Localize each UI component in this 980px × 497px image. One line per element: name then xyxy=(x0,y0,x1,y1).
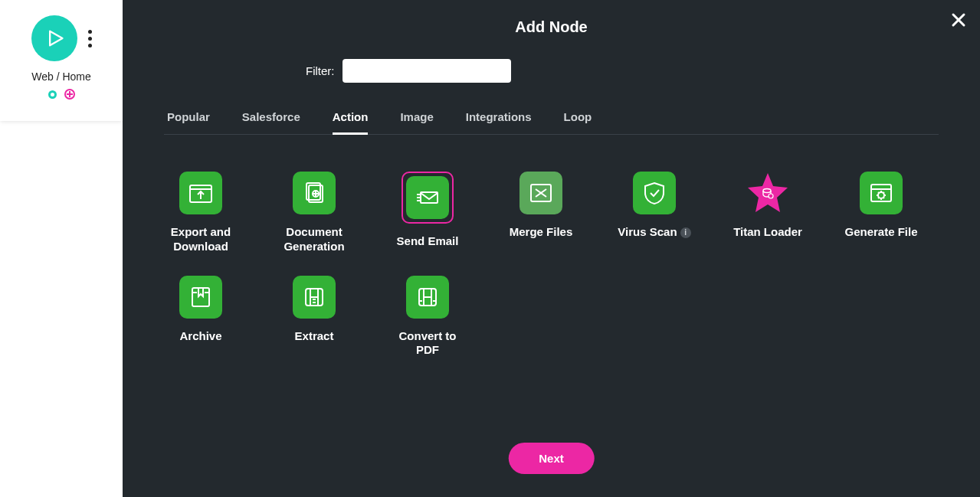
email-icon xyxy=(406,176,449,219)
node-extract[interactable]: Extract xyxy=(277,276,351,358)
archive-icon xyxy=(179,276,222,319)
node-label: Virus Scani xyxy=(618,225,690,240)
svg-point-6 xyxy=(763,189,771,193)
window-gear-icon xyxy=(860,172,903,214)
node-label: Send Email xyxy=(397,234,459,249)
star-db-icon xyxy=(746,172,789,214)
tab-integrations[interactable]: Integrations xyxy=(466,110,532,134)
node-document-generation[interactable]: Document Generation xyxy=(277,172,351,254)
upload-folder-icon xyxy=(179,172,222,214)
info-icon: i xyxy=(680,227,691,238)
filter-input[interactable] xyxy=(343,59,511,83)
sidebar-card: Web / Home xyxy=(0,0,123,121)
close-icon xyxy=(951,12,966,28)
node-label: Archive xyxy=(179,329,221,344)
node-titan-loader[interactable]: Titan Loader xyxy=(731,172,805,254)
node-label: Titan Loader xyxy=(733,225,802,240)
node-virus-scan[interactable]: Virus Scani xyxy=(618,172,691,254)
node-grid: Export and Download Document Generation … xyxy=(164,172,939,358)
convert-pdf-icon xyxy=(406,276,449,319)
node-label: Extract xyxy=(295,329,334,344)
kebab-menu[interactable] xyxy=(88,30,91,47)
tab-loop[interactable]: Loop xyxy=(564,110,592,134)
merge-icon xyxy=(519,172,562,214)
node-archive[interactable]: Archive xyxy=(164,276,238,358)
play-button[interactable] xyxy=(31,15,77,61)
close-button[interactable] xyxy=(951,11,966,32)
doc-stack-icon xyxy=(293,172,336,214)
panel-title: Add Node xyxy=(123,0,980,36)
node-export-download[interactable]: Export and Download xyxy=(164,172,238,254)
node-label: Convert to PDF xyxy=(391,329,464,358)
tab-popular[interactable]: Popular xyxy=(167,110,210,134)
node-generate-file[interactable]: Generate File xyxy=(844,172,918,254)
shield-check-icon xyxy=(633,172,676,214)
node-send-email[interactable]: Send Email xyxy=(391,172,464,254)
node-label: Document Generation xyxy=(277,225,351,254)
tabs: Popular Salesforce Action Image Integrat… xyxy=(164,110,939,135)
play-icon xyxy=(44,28,65,49)
filter-row: Filter: xyxy=(306,59,980,83)
svg-rect-4 xyxy=(421,192,438,203)
node-label: Export and Download xyxy=(164,225,238,254)
sidebar-label: Web / Home xyxy=(31,70,91,83)
add-circle-icon[interactable] xyxy=(64,89,75,100)
sidebar-header xyxy=(31,15,91,61)
status-row xyxy=(48,89,75,100)
status-ring-icon xyxy=(48,90,57,99)
tab-action[interactable]: Action xyxy=(333,110,369,135)
svg-point-7 xyxy=(769,194,773,198)
node-label: Merge Files xyxy=(510,225,573,240)
tab-salesforce[interactable]: Salesforce xyxy=(242,110,300,134)
tab-image[interactable]: Image xyxy=(400,110,433,134)
next-button[interactable]: Next xyxy=(508,443,595,474)
node-convert-pdf[interactable]: Convert to PDF xyxy=(391,276,464,358)
node-label: Generate File xyxy=(844,225,917,240)
filter-label: Filter: xyxy=(306,64,335,77)
extract-icon xyxy=(293,276,336,319)
svg-rect-10 xyxy=(192,288,209,306)
node-merge-files[interactable]: Merge Files xyxy=(504,172,578,254)
add-node-panel: Add Node Filter: Popular Salesforce Acti… xyxy=(123,0,980,497)
